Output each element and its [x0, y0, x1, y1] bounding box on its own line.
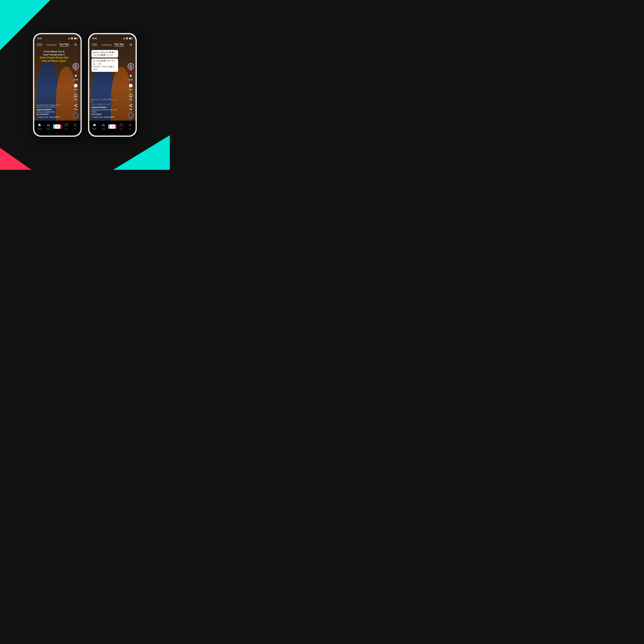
- svg-line-7: [75, 106, 77, 106]
- following-tab-2[interactable]: Following: [102, 43, 111, 46]
- plus-icon-2: +: [110, 124, 115, 129]
- status-icons-2: 📶: [123, 37, 132, 39]
- comment-button-2[interactable]: 3456: [128, 83, 134, 91]
- see-original-2[interactable]: See original: [92, 113, 133, 115]
- header-tabs-2: Following For You: [102, 43, 124, 46]
- follow-button-1[interactable]: +: [74, 68, 77, 71]
- live-badge-1[interactable]: LIVE: [37, 43, 42, 46]
- status-bar-2: 9:41 📶: [89, 34, 136, 41]
- nav-home-2[interactable]: Home: [91, 123, 98, 130]
- bookmark-icon-1: [73, 93, 79, 98]
- tiktok-header-2: LIVE Following For You: [89, 41, 136, 48]
- bookmark-icon-2: [128, 93, 134, 98]
- plus-button-1[interactable]: +: [54, 124, 61, 129]
- like-count-2: 25.3K: [129, 79, 133, 81]
- svg-line-15: [130, 105, 132, 105]
- search-button-1[interactable]: [73, 42, 78, 47]
- bookmark-button-1[interactable]: 1256: [73, 93, 79, 100]
- share-button-2[interactable]: 1256: [128, 103, 134, 110]
- comment-count-1: 3456: [74, 89, 78, 91]
- music-row-1: ♪ original sound - gameandglitch: [36, 116, 78, 118]
- battery-fill-2: [129, 38, 131, 39]
- avatar-2[interactable]: +: [128, 63, 134, 71]
- nav-plus-2[interactable]: +: [109, 124, 116, 129]
- nav-friends-2[interactable]: Friends: [100, 123, 107, 130]
- me-icon-2: [129, 123, 132, 128]
- svg-point-12: [131, 104, 132, 105]
- video-title-1: Facts About You & Your Friends Part 1: E…: [36, 50, 72, 63]
- friends-icon-1: [47, 123, 50, 128]
- svg-point-17: [130, 124, 131, 125]
- nav-me-2[interactable]: Me: [127, 123, 134, 130]
- music-row-2: ♪ original sound - gameandglitch: [92, 116, 133, 118]
- comment-button-1[interactable]: 3456: [73, 83, 79, 91]
- background-pink-bottomleft: [0, 138, 31, 170]
- phone-1-screen: 9:41 📶 LIVE Following For You: [34, 34, 81, 136]
- music-text-1: original sound - gameandglitch: [38, 116, 60, 118]
- comment-icon-2: [128, 83, 134, 89]
- like-button-2[interactable]: ♥ 25.3K: [128, 73, 134, 81]
- share-button-1[interactable]: 1256: [73, 103, 79, 110]
- speech-bubble-2: すべての友達グループには、これ らのタイプの1つがあります: [92, 58, 118, 72]
- inbox-icon-2: [120, 123, 123, 128]
- share-count-2: 1256: [129, 109, 133, 110]
- for-you-tab-1[interactable]: For You: [60, 43, 69, 46]
- username-2[interactable]: @gameandglitch: [92, 106, 133, 108]
- music-text-2: original sound - gameandglitch: [93, 116, 115, 118]
- plus-button-2[interactable]: +: [109, 124, 116, 129]
- music-note-1: ♪: [36, 116, 37, 118]
- phone-1: 9:41 📶 LIVE Following For You: [33, 33, 82, 137]
- action-buttons-1: + ♥ 25.3K 3456: [73, 63, 79, 118]
- svg-point-4: [74, 105, 75, 106]
- heart-icon-2: ♥: [128, 73, 134, 79]
- music-disc-1: [73, 113, 79, 118]
- inbox-label-1: Inbox: [65, 128, 68, 130]
- tiktok-header-1: LIVE Following For You: [34, 41, 81, 48]
- bookmark-button-2[interactable]: 1256: [128, 93, 134, 100]
- nav-plus-1[interactable]: +: [54, 124, 61, 129]
- svg-point-9: [130, 44, 131, 45]
- svg-point-11: [130, 65, 131, 66]
- bottom-nav-2: Home Friends +: [89, 121, 136, 136]
- comment-count-2: 3456: [129, 89, 133, 91]
- see-translation-1[interactable]: See translation: [36, 113, 78, 115]
- follow-button-2[interactable]: +: [129, 68, 132, 71]
- inbox-label-2: Inbox: [120, 128, 123, 130]
- phones-wrapper: 9:41 📶 LIVE Following For You: [33, 33, 137, 137]
- heart-icon-1: ♥: [73, 73, 79, 79]
- action-buttons-2: + ♥ 25.3K 3456: [128, 63, 134, 118]
- like-button-1[interactable]: ♥ 25.3K: [73, 73, 79, 81]
- nav-inbox-2[interactable]: Inbox: [118, 123, 125, 130]
- for-you-tab-2[interactable]: For You: [115, 43, 124, 46]
- wifi-icon-2: 📶: [126, 37, 128, 39]
- music-disc-inner-1: [75, 115, 77, 116]
- home-label-1: Home: [38, 128, 41, 130]
- svg-line-1: [76, 45, 77, 46]
- following-tab-1[interactable]: Following: [47, 43, 56, 46]
- plus-icon-1: +: [55, 124, 60, 129]
- video-title-area-1: Facts About You & Your Friends Part 1: E…: [36, 50, 72, 64]
- username-1[interactable]: @gameandglitch: [36, 108, 78, 111]
- speech-bubble-1: あなたとあなたの友達に ついての事実パート1: [92, 50, 118, 58]
- nav-friends-1[interactable]: Friends: [45, 123, 52, 130]
- signal-bars-2: [123, 38, 125, 39]
- search-button-2[interactable]: [128, 42, 133, 47]
- status-time-2: 9:41: [92, 37, 97, 40]
- battery-2: [129, 38, 132, 39]
- signal-bars-1: [68, 38, 70, 39]
- share-count-1: 1256: [74, 109, 78, 110]
- nav-home-1[interactable]: Home: [36, 123, 43, 130]
- svg-point-13: [129, 105, 130, 106]
- nav-me-1[interactable]: Me: [72, 123, 79, 130]
- status-icons-1: 📶: [68, 37, 77, 39]
- svg-point-8: [75, 124, 76, 125]
- friends-label-2: Friends: [101, 128, 106, 130]
- home-icon-1: [38, 123, 41, 128]
- speech-bubbles-area-2: あなたとあなたの友達に ついての事実パート1 すべての友達グループには、これ ら…: [92, 50, 127, 73]
- like-count-1: 25.3K: [74, 79, 78, 81]
- nav-inbox-1[interactable]: Inbox: [63, 123, 70, 130]
- music-disc-inner-2: [130, 115, 132, 116]
- svg-point-2: [75, 65, 76, 66]
- avatar-1[interactable]: +: [73, 63, 79, 71]
- live-badge-2[interactable]: LIVE: [92, 43, 97, 46]
